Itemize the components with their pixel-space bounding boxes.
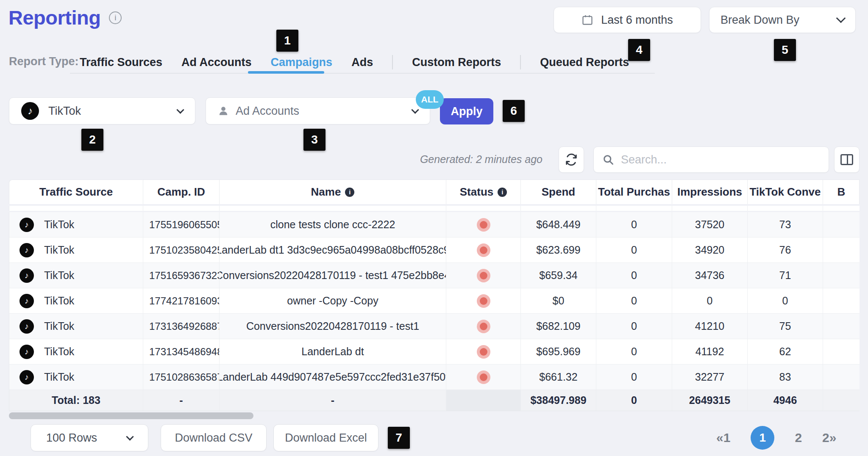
pagination-page-2[interactable]: 2 xyxy=(795,431,802,445)
name-info-icon[interactable]: i xyxy=(345,188,354,197)
tiktok-icon: ♪ xyxy=(21,102,39,120)
table-row: ♪TikTok 1751023580425 LanderLab dt1 3d3c… xyxy=(9,238,860,263)
status-info-icon[interactable]: i xyxy=(498,188,507,197)
generated-timestamp: Generated: 2 minutes ago xyxy=(381,153,542,166)
total-label: Total: 183 xyxy=(9,390,143,411)
campaigns-table: Traffic Source Camp. ID Namei Statusi Sp… xyxy=(9,180,860,411)
tabs-underline xyxy=(70,73,655,74)
tab-ad-accounts[interactable]: Ad Accounts xyxy=(181,56,252,69)
table-row: ♪TikTok 1755196065505 clone tests clone … xyxy=(9,212,860,238)
tab-custom-reports[interactable]: Custom Reports xyxy=(412,56,501,69)
status-indicator xyxy=(477,345,490,359)
annotation-badge-7: 7 xyxy=(388,427,410,449)
pagination-last[interactable]: 2» xyxy=(822,431,836,445)
annotation-badge-1: 1 xyxy=(276,30,298,52)
status-indicator xyxy=(477,294,490,308)
tiktok-icon: ♪ xyxy=(19,218,34,232)
report-type-tabs: Report Type: Traffic Sources Ad Accounts… xyxy=(0,52,868,74)
date-range-label: Last 6 months xyxy=(601,14,673,27)
col-total-purchases[interactable]: Total Purchas xyxy=(596,180,672,204)
columns-icon xyxy=(840,154,853,165)
chevron-down-icon xyxy=(176,106,184,113)
active-tab-indicator xyxy=(248,71,324,74)
ad-accounts-select[interactable]: Ad Accounts xyxy=(206,97,430,124)
tab-queued-reports[interactable]: Queued Reports xyxy=(540,56,629,69)
tiktok-icon: ♪ xyxy=(19,345,34,359)
horizontal-scrollbar-thumb[interactable] xyxy=(9,412,253,419)
status-indicator xyxy=(477,269,490,282)
table-row: ♪TikTok 1751659367323 Conversions2022042… xyxy=(9,263,860,288)
tiktok-icon: ♪ xyxy=(19,370,34,384)
annotation-badge-3: 3 xyxy=(303,129,326,151)
col-spend[interactable]: Spend xyxy=(521,180,596,204)
chevron-down-icon xyxy=(126,433,134,440)
search-icon xyxy=(602,154,614,166)
table-row: ♪TikTok 1731345486948 LanderLab dt $695.… xyxy=(9,339,860,365)
page-title: Reporting xyxy=(8,6,100,29)
search-input[interactable] xyxy=(621,153,820,166)
annotation-badge-2: 2 xyxy=(81,129,103,151)
apply-button[interactable]: Apply xyxy=(440,98,493,124)
date-range-button[interactable]: Last 6 months xyxy=(554,7,701,33)
col-impressions[interactable]: Impressions xyxy=(672,180,748,204)
table-row: ♪TikTok 1751028636587 LanderLab 449d9074… xyxy=(9,365,860,390)
person-icon xyxy=(218,105,229,116)
table-row: ♪TikTok 1731364926887 Conversions2022042… xyxy=(9,314,860,339)
annotation-badge-6: 6 xyxy=(503,100,525,122)
pagination-current-page[interactable]: 1 xyxy=(751,426,774,450)
tab-ads[interactable]: Ads xyxy=(351,56,373,69)
tab-campaigns[interactable]: Campaigns xyxy=(271,56,333,69)
col-tiktok-conversions[interactable]: TikTok Conve xyxy=(748,180,823,204)
all-badge: ALL xyxy=(416,90,444,109)
status-indicator xyxy=(477,320,490,333)
pagination-first[interactable]: «1 xyxy=(716,431,730,445)
tiktok-icon: ♪ xyxy=(19,268,34,283)
table-header-row: Traffic Source Camp. ID Namei Statusi Sp… xyxy=(9,180,860,204)
download-excel-button[interactable]: Download Excel xyxy=(273,424,378,451)
table-body: ♪TikTok 1755196065505 clone tests clone … xyxy=(9,212,860,411)
search-box xyxy=(593,146,829,173)
table-total-row: Total: 183 - - $38497.989 0 2649315 4946 xyxy=(9,390,860,411)
status-indicator xyxy=(477,218,490,232)
refresh-button[interactable] xyxy=(559,146,584,173)
traffic-source-select[interactable]: ♪ TikTok xyxy=(9,97,195,124)
status-indicator xyxy=(477,370,490,384)
calendar-icon xyxy=(581,14,593,26)
table-row: ♪TikTok 1774217816093 owner -Copy -Copy … xyxy=(9,288,860,314)
col-traffic-source[interactable]: Traffic Source xyxy=(9,180,143,204)
table-filter-strip xyxy=(9,206,860,211)
tiktok-icon: ♪ xyxy=(19,294,34,308)
breakdown-label: Break Down By xyxy=(721,14,799,27)
col-budget[interactable]: B xyxy=(823,180,860,204)
page-header: Reporting i xyxy=(8,6,122,29)
col-name[interactable]: Namei xyxy=(220,180,446,204)
pagination: «1 1 2 2» xyxy=(716,424,836,451)
tab-divider xyxy=(392,55,393,69)
tiktok-icon: ♪ xyxy=(19,243,34,257)
col-status[interactable]: Statusi xyxy=(446,180,521,204)
download-csv-button[interactable]: Download CSV xyxy=(161,424,267,451)
breakdown-select[interactable]: Break Down By xyxy=(709,7,856,33)
reporting-page: Reporting i Last 6 months Break Down By … xyxy=(0,0,868,456)
tab-traffic-sources[interactable]: Traffic Sources xyxy=(80,56,162,69)
rows-per-page-select[interactable]: 100 Rows xyxy=(31,424,148,451)
status-indicator xyxy=(477,243,490,257)
tiktok-icon: ♪ xyxy=(19,319,34,334)
chevron-down-icon xyxy=(411,106,419,113)
annotation-badge-5: 5 xyxy=(774,39,796,61)
chevron-down-icon xyxy=(836,14,846,23)
title-info-icon[interactable]: i xyxy=(109,11,122,24)
refresh-icon xyxy=(565,153,578,166)
annotation-badge-4: 4 xyxy=(628,39,650,61)
col-camp-id[interactable]: Camp. ID xyxy=(143,180,220,204)
traffic-source-value: TikTok xyxy=(48,105,81,118)
ad-accounts-value: Ad Accounts xyxy=(236,105,299,118)
report-type-label: Report Type: xyxy=(9,55,79,68)
rows-per-page-value: 100 Rows xyxy=(46,431,97,445)
column-settings-button[interactable] xyxy=(834,146,860,173)
tab-divider xyxy=(520,55,521,69)
